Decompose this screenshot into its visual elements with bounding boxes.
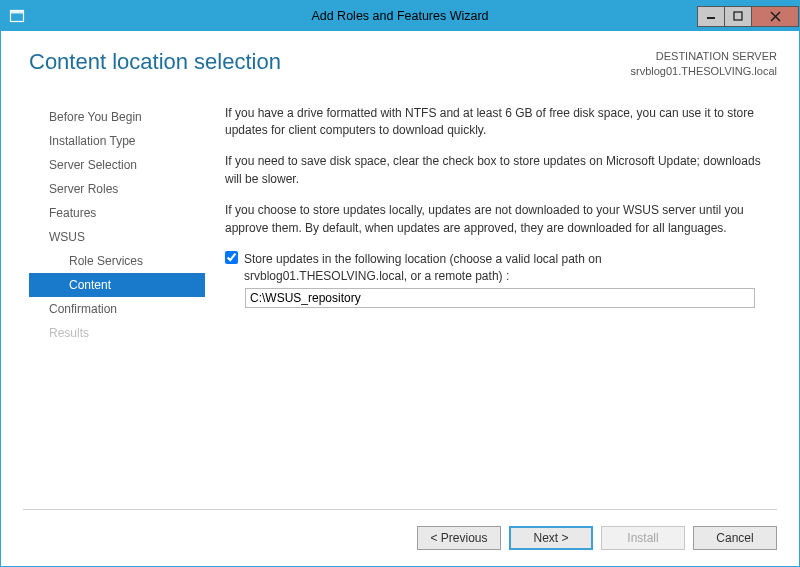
wizard-window: Add Roles and Features Wizard Content lo… (0, 0, 800, 567)
sidebar-item-confirmation[interactable]: Confirmation (29, 297, 205, 321)
destination-info: DESTINATION SERVER srvblog01.THESOLVING.… (630, 49, 777, 79)
sidebar-item-features[interactable]: Features (29, 201, 205, 225)
page-title: Content location selection (29, 49, 281, 75)
sidebar-item-role-services[interactable]: Role Services (29, 249, 205, 273)
sidebar-item-server-roles[interactable]: Server Roles (29, 177, 205, 201)
title-bar: Add Roles and Features Wizard (1, 1, 799, 31)
content-area: Content location selection DESTINATION S… (1, 31, 799, 509)
wizard-sidebar: Before You Begin Installation Type Serve… (29, 103, 205, 509)
destination-value: srvblog01.THESOLVING.local (630, 64, 777, 79)
window-title: Add Roles and Features Wizard (1, 9, 799, 23)
maximize-button[interactable] (724, 6, 752, 27)
next-button[interactable]: Next > (509, 526, 593, 550)
install-button: Install (601, 526, 685, 550)
store-updates-row: Store updates in the following location … (225, 251, 771, 286)
header-row: Content location selection DESTINATION S… (29, 49, 777, 79)
button-bar: < Previous Next > Install Cancel (1, 510, 799, 566)
sidebar-item-installation-type[interactable]: Installation Type (29, 129, 205, 153)
close-button[interactable] (751, 6, 799, 27)
window-controls (697, 6, 799, 27)
store-updates-label-line2: srvblog01.THESOLVING.local, or a remote … (244, 268, 602, 285)
main-panel: If you have a drive formatted with NTFS … (205, 103, 777, 509)
sidebar-item-content[interactable]: Content (29, 273, 205, 297)
sidebar-item-server-selection[interactable]: Server Selection (29, 153, 205, 177)
app-icon (9, 8, 25, 24)
cancel-button[interactable]: Cancel (693, 526, 777, 550)
intro-paragraph-1: If you have a drive formatted with NTFS … (225, 105, 771, 140)
store-updates-label: Store updates in the following location … (244, 251, 602, 286)
destination-label: DESTINATION SERVER (630, 49, 777, 64)
svg-rect-1 (11, 11, 24, 14)
intro-paragraph-2: If you need to save disk space, clear th… (225, 153, 771, 188)
body-row: Before You Begin Installation Type Serve… (29, 103, 777, 509)
intro-paragraph-3: If you choose to store updates locally, … (225, 202, 771, 237)
store-updates-checkbox[interactable] (225, 251, 238, 264)
sidebar-item-wsus[interactable]: WSUS (29, 225, 205, 249)
minimize-button[interactable] (697, 6, 725, 27)
sidebar-item-before-you-begin[interactable]: Before You Begin (29, 105, 205, 129)
content-path-input[interactable] (245, 288, 755, 308)
previous-button[interactable]: < Previous (417, 526, 501, 550)
store-updates-label-line1: Store updates in the following location … (244, 251, 602, 268)
svg-rect-3 (734, 12, 742, 20)
sidebar-item-results: Results (29, 321, 205, 345)
